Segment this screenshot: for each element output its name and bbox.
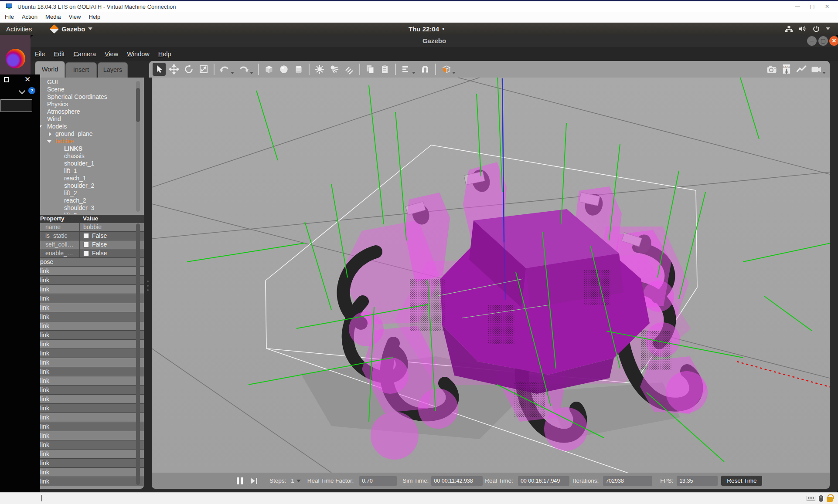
insert-sphere-button[interactable] bbox=[277, 63, 290, 76]
property-row-link[interactable]: link bbox=[31, 385, 144, 394]
video-dropdown-caret[interactable] bbox=[822, 72, 826, 74]
snap-tool-button[interactable] bbox=[419, 63, 432, 76]
step-button[interactable] bbox=[251, 478, 257, 484]
property-row-link[interactable]: link bbox=[31, 394, 144, 403]
self_coll…-checkbox[interactable] bbox=[83, 242, 89, 247]
rotate-tool-button[interactable] bbox=[182, 63, 195, 76]
redo-dropdown-caret[interactable] bbox=[250, 72, 253, 74]
gazebo-menu-camera[interactable]: Camera bbox=[69, 47, 100, 61]
tree-item-reach-2[interactable]: reach_2 bbox=[31, 197, 144, 204]
activities-button[interactable]: Activities bbox=[6, 25, 32, 33]
property-row-pose[interactable]: pose bbox=[31, 257, 144, 266]
scale-tool-button[interactable] bbox=[197, 63, 210, 76]
point-light-button[interactable] bbox=[313, 63, 326, 76]
gazebo-menu-help[interactable]: Help bbox=[154, 47, 176, 61]
vm-menu-action[interactable]: Action bbox=[18, 12, 41, 22]
property-row-link[interactable]: link bbox=[31, 376, 144, 385]
panel-splitter[interactable] bbox=[144, 78, 152, 489]
property-row-link[interactable]: link bbox=[31, 458, 144, 467]
property-scrollbar-thumb[interactable] bbox=[136, 223, 140, 485]
property-row-link[interactable]: link bbox=[31, 275, 144, 284]
property-row-is_static[interactable]: is_staticFalse bbox=[31, 231, 144, 240]
tree-item-chassis[interactable]: chassis bbox=[31, 152, 144, 160]
video-record-button[interactable] bbox=[810, 63, 823, 76]
gazebo-maximize-button[interactable]: ▢ bbox=[818, 36, 828, 46]
plot-tool-button[interactable] bbox=[795, 63, 808, 76]
property-row-link[interactable]: link bbox=[31, 413, 144, 422]
property-row-link[interactable]: link bbox=[31, 303, 144, 312]
gazebo-menu-view[interactable]: View bbox=[100, 47, 123, 61]
property-row-link[interactable]: link bbox=[31, 467, 144, 477]
firefox-dock-icon[interactable] bbox=[6, 49, 25, 68]
help-icon[interactable]: ? bbox=[28, 87, 35, 94]
tree-item-spherical-coordinates[interactable]: Spherical Coordinates bbox=[31, 93, 144, 101]
copy-button[interactable] bbox=[364, 63, 377, 76]
spot-light-button[interactable] bbox=[328, 63, 341, 76]
property-row-link[interactable]: link bbox=[31, 321, 144, 330]
property-row-name[interactable]: namebobbie bbox=[31, 223, 144, 231]
gazebo-menu-file[interactable]: File bbox=[31, 47, 49, 61]
property-row-enable_[interactable]: enable_…False bbox=[31, 249, 144, 257]
select-tool-button[interactable] bbox=[153, 63, 166, 76]
tree-item-bobbie[interactable]: bobbie bbox=[31, 138, 144, 145]
tree-item-lift-3[interactable]: lift_3 bbox=[31, 212, 144, 214]
undo-dropdown-caret[interactable] bbox=[231, 72, 234, 74]
vm-close-button[interactable]: ✕ bbox=[820, 2, 835, 11]
close-window-button[interactable]: ✕ bbox=[23, 75, 32, 84]
collapsed-arrow-icon[interactable] bbox=[49, 132, 51, 136]
tree-scrollbar[interactable] bbox=[136, 81, 140, 212]
property-row-link[interactable]: link bbox=[31, 403, 144, 413]
vm-menu-media[interactable]: Media bbox=[42, 12, 64, 22]
enable_…-checkbox[interactable] bbox=[83, 250, 89, 256]
property-row-link[interactable]: link bbox=[31, 367, 144, 376]
restore-window-button[interactable] bbox=[4, 77, 9, 82]
tree-item-shoulder-1[interactable]: shoulder_1 bbox=[31, 160, 144, 167]
gazebo-menu-edit[interactable]: Edit bbox=[49, 47, 69, 61]
screenshot-camera-button[interactable] bbox=[765, 63, 778, 76]
expanded-arrow-icon[interactable] bbox=[47, 140, 51, 143]
property-row-link[interactable]: link bbox=[31, 348, 144, 358]
tree-item-reach-1[interactable]: reach_1 bbox=[31, 175, 144, 182]
tree-item-wind[interactable]: Wind bbox=[31, 115, 144, 123]
tree-item-lift-1[interactable]: lift_1 bbox=[31, 167, 144, 175]
view-angle-dropdown-caret[interactable] bbox=[452, 72, 456, 74]
property-row-link[interactable]: link bbox=[31, 358, 144, 367]
vm-menu-file[interactable]: File bbox=[1, 12, 17, 22]
black-window-field[interactable] bbox=[0, 99, 32, 112]
tab-insert[interactable]: Insert bbox=[65, 62, 97, 78]
property-row-link[interactable]: link bbox=[31, 330, 144, 339]
tree-item-ground-plane[interactable]: ground_plane bbox=[31, 130, 144, 138]
steps-dropdown-caret[interactable] bbox=[296, 480, 301, 482]
translate-tool-button[interactable] bbox=[167, 63, 181, 76]
reset-time-button[interactable]: Reset Time bbox=[721, 476, 762, 486]
property-row-link[interactable]: link bbox=[31, 266, 144, 275]
tree-item-models[interactable]: Models bbox=[31, 123, 144, 130]
pause-button[interactable] bbox=[237, 477, 243, 484]
chevron-down-icon[interactable] bbox=[19, 88, 26, 95]
steps-value[interactable]: 1 bbox=[291, 477, 294, 484]
directional-light-button[interactable] bbox=[343, 63, 356, 76]
tree-item-gui[interactable]: GUI bbox=[31, 78, 144, 86]
align-tool-button[interactable] bbox=[399, 63, 412, 76]
property-row-link[interactable]: link bbox=[31, 477, 144, 486]
property-row-link[interactable]: link bbox=[31, 422, 144, 431]
property-row-link[interactable]: link bbox=[31, 312, 144, 321]
is_static-checkbox[interactable] bbox=[83, 233, 89, 239]
render-viewport[interactable] bbox=[152, 78, 830, 473]
vm-maximize-button[interactable]: ▢ bbox=[805, 2, 820, 11]
paste-button[interactable] bbox=[378, 63, 392, 76]
property-row-link[interactable]: link bbox=[31, 294, 144, 303]
tree-item-lift-2[interactable]: lift_2 bbox=[31, 189, 144, 197]
view-angle-button[interactable] bbox=[439, 63, 453, 76]
system-tray[interactable] bbox=[785, 25, 838, 32]
vm-menu-view[interactable]: View bbox=[65, 12, 85, 22]
gazebo-minimize-button[interactable]: – bbox=[807, 36, 817, 46]
log-record-button[interactable]: LOG bbox=[780, 63, 793, 76]
app-menu-button[interactable]: Gazebo bbox=[51, 25, 92, 33]
undo-button[interactable] bbox=[218, 63, 231, 76]
align-dropdown-caret[interactable] bbox=[412, 72, 416, 74]
property-row-link[interactable]: link bbox=[31, 449, 144, 458]
clock-button[interactable]: Thu 22:04 ● bbox=[409, 23, 444, 35]
tree-scrollbar-thumb[interactable] bbox=[136, 88, 140, 122]
tree-item-atmosphere[interactable]: Atmosphere bbox=[31, 108, 144, 115]
